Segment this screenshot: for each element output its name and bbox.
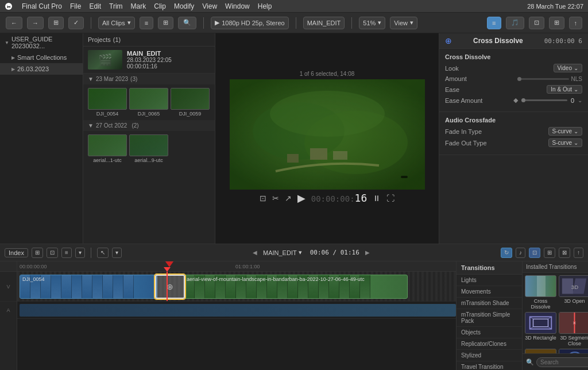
zoom-dropdown[interactable]: 51% ▾ xyxy=(359,17,385,29)
tl-btn-r1[interactable]: ↻ xyxy=(501,248,512,258)
toolbar-grid-btn[interactable]: ⊞ xyxy=(158,17,173,29)
clip-dji0054[interactable]: DJI_0054 xyxy=(20,275,157,299)
tl-btn-r2[interactable]: ♪ xyxy=(516,248,525,258)
ease-amount-label: Ease Amount xyxy=(445,97,482,104)
fade-in-dropdown[interactable]: S-curve ⌄ xyxy=(548,127,582,136)
toolbar-import-btn[interactable]: ⊞ xyxy=(48,17,64,29)
video-track: DJI_0054 ⊕ xyxy=(17,272,456,302)
transition-item-3d-seg[interactable]: ✕ 3D Segment Close xyxy=(559,312,588,346)
projects-label: Projects xyxy=(88,36,111,43)
amount-slider-track[interactable] xyxy=(517,78,569,80)
timeline-select-btn[interactable]: ▾ xyxy=(112,248,122,258)
timeline-btn4[interactable]: ▾ xyxy=(75,248,85,258)
cat-objects[interactable]: Objects xyxy=(457,327,522,338)
timeline-prev-btn[interactable]: ◀ xyxy=(253,249,257,256)
menu-clip[interactable]: Clip xyxy=(154,2,166,10)
menu-view[interactable]: View xyxy=(202,2,217,10)
toolbar-sep2 xyxy=(203,17,204,29)
clip-item-dji0059[interactable]: DJI_0059 xyxy=(171,88,210,117)
cat-movements[interactable]: Movements xyxy=(457,286,522,298)
transition-item-3d-rect[interactable]: 3D Rectangle xyxy=(525,312,556,346)
clip-aerial[interactable]: aerial-view-of-mountain-landscape-in-ban… xyxy=(184,275,408,299)
menu-help[interactable]: Help xyxy=(258,2,272,10)
menu-modify[interactable]: Modify xyxy=(174,2,194,10)
menu-window[interactable]: Window xyxy=(225,2,250,10)
toolbar-extra2[interactable]: 🎵 xyxy=(506,17,524,29)
ease-value[interactable]: In & Out ⌄ xyxy=(547,85,582,94)
toolbar-extra4[interactable]: ⊞ xyxy=(549,17,564,29)
timeline-btn1[interactable]: ⊞ xyxy=(32,248,43,258)
cat-mtransition-shade[interactable]: mTransition Shade xyxy=(457,298,522,309)
look-dropdown[interactable]: Video ⌄ xyxy=(554,64,582,72)
sidebar-item-date[interactable]: ▶ 26.03.2023 xyxy=(0,63,83,75)
clip-item-dji0054[interactable]: DJI_0054 xyxy=(88,88,127,117)
audio-crossfade-title: Audio Crossfade xyxy=(445,117,582,124)
tl-btn-r5[interactable]: ⊠ xyxy=(559,248,570,258)
project-duration: 00:00:01:16 xyxy=(127,63,172,70)
preview-trim-btn[interactable]: ✂ xyxy=(272,194,279,203)
preview-pause-btn[interactable]: ⏸ xyxy=(373,194,381,203)
preview-transform-btn[interactable]: ↗ xyxy=(285,194,292,203)
tl-btn-r3[interactable]: ⊡ xyxy=(529,248,540,258)
tl-btn-r6[interactable]: ↑ xyxy=(574,248,583,258)
preview-play-btn[interactable]: ▶ xyxy=(297,192,305,205)
section-triangle: ▼ xyxy=(88,122,94,129)
menu-fcp[interactable]: Final Cut Pro xyxy=(22,2,62,10)
section-27oct[interactable]: ▼ 27 Oct 2022 (2) xyxy=(83,120,215,131)
toolbar-list-btn[interactable]: ≡ xyxy=(140,17,153,29)
toolbar-check-btn[interactable]: ✓ xyxy=(68,17,84,29)
timeline-index-label[interactable]: Index xyxy=(5,248,28,257)
preview-crop-btn[interactable]: ⊡ xyxy=(260,194,266,203)
timeline-btn3[interactable]: ≡ xyxy=(61,248,72,258)
tl-btn-r4[interactable]: ⊞ xyxy=(544,248,555,258)
menu-mark[interactable]: Mark xyxy=(131,2,146,10)
clip-item-aerial1[interactable]: aerial...1-utc xyxy=(88,134,127,163)
menu-file[interactable]: File xyxy=(70,2,81,10)
ease-dropdown[interactable]: In & Out ⌄ xyxy=(547,85,582,94)
transition-cross-dissolve[interactable]: ⊕ xyxy=(155,275,185,299)
project-card-main-edit[interactable]: 🎬 MAIN_EDIT 28.03.2023 22:05 00:00:01:16 xyxy=(83,47,215,74)
timeline-tracks[interactable]: 00:00:00:00 01:00:1:00 xyxy=(17,261,456,370)
cat-replicator[interactable]: Replicator/Clones xyxy=(457,338,522,350)
cat-mtransition-simple[interactable]: mTransition Simple Pack xyxy=(457,309,522,327)
view-dropdown[interactable]: View ▾ xyxy=(390,17,417,29)
toolbar-extra5[interactable]: ↑ xyxy=(569,17,583,29)
ease-dropdown-val: In & Out xyxy=(551,86,572,92)
cat-stylized[interactable]: Stylized xyxy=(457,350,522,361)
toolbar-extra1[interactable]: ≡ xyxy=(487,17,501,29)
timeline-btn2[interactable]: ⊡ xyxy=(47,248,58,258)
transition-item-3d-open[interactable]: 3D 3D Open xyxy=(559,275,588,310)
audio-crossfade-section: Audio Crossfade Fade In Type S-curve ⌄ F… xyxy=(439,112,588,155)
sidebar-item-user-guide[interactable]: ▼ USER_GUIDE 20230032... xyxy=(0,33,83,52)
clip-label: DJI_0054 xyxy=(22,276,45,282)
menu-trim[interactable]: Trim xyxy=(109,2,123,10)
toolbar-back-btn[interactable]: ← xyxy=(6,17,22,29)
sidebar-item-smart-collections[interactable]: ▶ Smart Collections xyxy=(0,52,83,63)
toolbar-search-btn[interactable]: 🔍 xyxy=(178,17,196,29)
menu-edit[interactable]: Edit xyxy=(89,2,101,10)
cat-lights[interactable]: Lights xyxy=(457,275,522,286)
timeline-content: V A 00:00:00:00 01:00:1:00 xyxy=(0,261,588,370)
ease-amount-slider[interactable] xyxy=(521,99,567,101)
ease-amount-number: 0 xyxy=(571,97,574,104)
cat-travel[interactable]: Travel Transition xyxy=(457,361,522,370)
clip-item-aerial9[interactable]: aerial...9-utc xyxy=(129,134,168,163)
all-clips-dropdown[interactable]: All Clips ▾ xyxy=(98,17,135,29)
preview-fullscreen-btn[interactable]: ⛶ xyxy=(386,194,394,203)
section-23mar[interactable]: ▼ 23 Mar 2023 (3) xyxy=(83,74,215,84)
transition-item-cross-dissolve[interactable]: Cross Dissolve xyxy=(525,275,556,310)
toolbar-extra3[interactable]: ⊡ xyxy=(529,17,544,29)
chevron-down-icon: ⌄ xyxy=(574,65,578,71)
timeline-next-btn[interactable]: ▶ xyxy=(365,249,370,256)
3d-seg-label: 3D Segment Close xyxy=(559,335,588,346)
resolution-dropdown[interactable]: ▶ 1080p HD 25p, Stereo xyxy=(211,17,288,29)
toolbar-forward-btn[interactable]: → xyxy=(27,17,44,29)
fade-out-dropdown[interactable]: S-curve ⌄ xyxy=(548,138,582,147)
look-value[interactable]: Video ⌄ xyxy=(554,64,582,72)
timeline-arrow-btn[interactable]: ↖ xyxy=(97,248,109,258)
project-dropdown[interactable]: MAIN_EDIT xyxy=(303,17,345,29)
clip-item-dji0065[interactable]: DJI_0065 xyxy=(129,88,168,117)
cross-dissolve-label: Cross Dissolve xyxy=(525,298,556,310)
audio-clip xyxy=(20,304,456,317)
search-input[interactable] xyxy=(536,357,588,367)
